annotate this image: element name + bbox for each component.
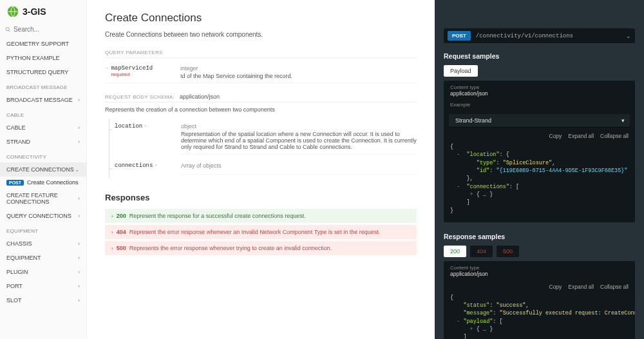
- chevron-right-icon: ›: [78, 255, 80, 261]
- brand-name: 3-GIS: [23, 6, 46, 17]
- response-200[interactable]: › 200 Represent the response for a succe…: [105, 209, 417, 223]
- section-header-equipment: EQUIPMENT: [0, 223, 86, 237]
- response-desc: Represents the error response whenever t…: [129, 245, 332, 251]
- nav-item-python-example[interactable]: PYTHON EXAMPLE: [0, 51, 86, 65]
- chevron-right-icon: ›: [78, 269, 80, 275]
- globe-icon: [6, 5, 19, 18]
- param-desc: Id of the Map Service containing the rec…: [180, 73, 417, 79]
- response-tab-200[interactable]: 200: [444, 246, 466, 257]
- content-type-label: Content type: [450, 265, 629, 271]
- body-prop-row[interactable]: connections› Array of objects: [109, 159, 417, 179]
- body-desc: Represents the creation of a connection …: [105, 106, 417, 113]
- nav-item-create-feature-connections[interactable]: CREATE FEATURE CONNECTIONS›: [0, 188, 86, 209]
- chevron-right-icon: ›: [111, 213, 113, 219]
- prop-type: object: [181, 123, 417, 130]
- chevron-right-icon: ›: [144, 123, 147, 129]
- query-params-label: QUERY PARAMETERS: [105, 50, 417, 58]
- example-value: Strand-Strand: [455, 117, 491, 124]
- nav-item-geometry-support[interactable]: GEOMETRY SUPPORT: [0, 37, 86, 51]
- request-sample-box: Content type application/json Example St…: [444, 81, 635, 222]
- response-500[interactable]: › 500 Represents the error response when…: [105, 241, 417, 255]
- request-code-block[interactable]: { - "location": { "type": "SpliceClosure…: [444, 140, 635, 217]
- page-title: Create Connections: [105, 12, 417, 24]
- response-tab-404[interactable]: 404: [470, 246, 493, 257]
- chevron-down-icon: ⌄: [626, 33, 631, 39]
- body-schema-label: REQUEST BODY SCHEMA:: [105, 94, 175, 100]
- body-prop-row[interactable]: location› object Representation of the s…: [109, 119, 417, 159]
- caret-down-icon: ▾: [621, 117, 625, 124]
- response-samples-heading: Response samples: [444, 233, 635, 240]
- nav-sub-create-connections[interactable]: POST Create Connections: [0, 177, 86, 188]
- chevron-right-icon: ›: [111, 246, 113, 251]
- chevron-right-icon: ›: [78, 97, 80, 103]
- brand-logo[interactable]: 3-GIS: [0, 0, 86, 23]
- method-badge-post: POST: [6, 180, 24, 186]
- nav-item-structured-query[interactable]: STRUCTURED QUERY: [0, 65, 86, 79]
- copy-button[interactable]: Copy: [549, 133, 562, 139]
- nav-item-query-connections[interactable]: QUERY CONNECTIONS›: [0, 209, 86, 223]
- nav-item-equipment[interactable]: EQUIPMENT›: [0, 251, 86, 265]
- example-select[interactable]: Strand-Strand ▾: [449, 114, 630, 128]
- nav-item-chassis[interactable]: CHASSIS›: [0, 237, 86, 251]
- search-container: [0, 23, 86, 37]
- samples-panel: POST /connectivity/v1/connections ⌄ Requ…: [435, 0, 644, 339]
- main-content: Create Connections Create Connections be…: [87, 0, 435, 339]
- response-sample-box: Content type application/json Copy Expan…: [444, 261, 635, 339]
- search-input[interactable]: [14, 26, 81, 33]
- response-tab-500[interactable]: 500: [497, 246, 519, 257]
- chevron-right-icon: ›: [154, 162, 157, 168]
- nav-item-plugin[interactable]: PLUGIN›: [0, 265, 86, 279]
- section-header-broadcast: BROADCAST MESSAGE: [0, 79, 86, 93]
- endpoint-path: /connectivity/v1/connections: [471, 33, 626, 39]
- param-arrow-icon: →: [105, 65, 108, 79]
- nav-item-broadcast-message[interactable]: BROADCAST MESSAGE›: [0, 93, 86, 107]
- response-desc: Represent the error response whenever an…: [129, 229, 381, 235]
- chevron-right-icon: ›: [78, 213, 80, 219]
- responses-heading: Responses: [105, 193, 417, 202]
- collapse-all-button[interactable]: Collapse all: [600, 284, 629, 290]
- endpoint-bar[interactable]: POST /connectivity/v1/connections ⌄: [444, 28, 635, 43]
- response-code-block[interactable]: { "status": "success", "message": "Succe…: [444, 291, 635, 339]
- param-required: required: [111, 72, 153, 77]
- section-header-connectivity: CONNECTIVITY: [0, 149, 86, 162]
- example-label: Example: [450, 102, 629, 108]
- nav-item-port[interactable]: PORT›: [0, 279, 86, 293]
- tab-payload[interactable]: Payload: [444, 65, 478, 77]
- page-description: Create Connections between two network c…: [105, 31, 417, 38]
- param-row: → mapServiceId required integer Id of th…: [105, 62, 417, 83]
- param-type: integer: [180, 65, 417, 72]
- body-content-type: application/json: [180, 93, 220, 100]
- chevron-right-icon: ›: [78, 297, 80, 304]
- section-header-cable: CABLE: [0, 107, 86, 121]
- response-code: 404: [117, 229, 126, 235]
- chevron-right-icon: ›: [78, 240, 80, 247]
- response-desc: Represent the response for a successful …: [129, 213, 306, 219]
- nav-item-strand[interactable]: STRAND›: [0, 135, 86, 149]
- content-type-label: Content type: [450, 84, 629, 90]
- response-404[interactable]: › 404 Represent the error response whene…: [105, 225, 417, 239]
- method-badge-post: POST: [448, 31, 471, 41]
- svg-point-1: [6, 27, 9, 30]
- response-code: 200: [117, 213, 126, 219]
- search-icon: [5, 26, 11, 33]
- collapse-all-button[interactable]: Collapse all: [600, 133, 629, 139]
- nav-item-create-connections[interactable]: CREATE CONNECTIONS⌄: [0, 162, 86, 177]
- copy-button[interactable]: Copy: [549, 284, 562, 290]
- expand-all-button[interactable]: Expand all: [568, 133, 594, 139]
- content-type-value: application/json: [450, 90, 629, 97]
- prop-desc: Representation of the spatial location w…: [181, 131, 417, 150]
- response-code: 500: [117, 245, 126, 251]
- sidebar: 3-GIS GEOMETRY SUPPORT PYTHON EXAMPLE ST…: [0, 0, 87, 339]
- expand-all-button[interactable]: Expand all: [568, 284, 594, 290]
- nav-item-slot[interactable]: SLOT›: [0, 293, 86, 307]
- svg-line-2: [9, 30, 10, 32]
- nav-sub-label: Create Connections: [27, 179, 79, 186]
- body-props-tree: location› object Representation of the s…: [109, 119, 417, 179]
- nav-item-cable[interactable]: CABLE›: [0, 121, 86, 135]
- param-name: mapServiceId required: [111, 65, 153, 79]
- request-samples-heading: Request samples: [444, 52, 635, 60]
- chevron-right-icon: ›: [78, 195, 80, 202]
- chevron-right-icon: ›: [78, 139, 80, 145]
- chevron-right-icon: ›: [78, 124, 80, 131]
- prop-type: Array of objects: [181, 162, 417, 169]
